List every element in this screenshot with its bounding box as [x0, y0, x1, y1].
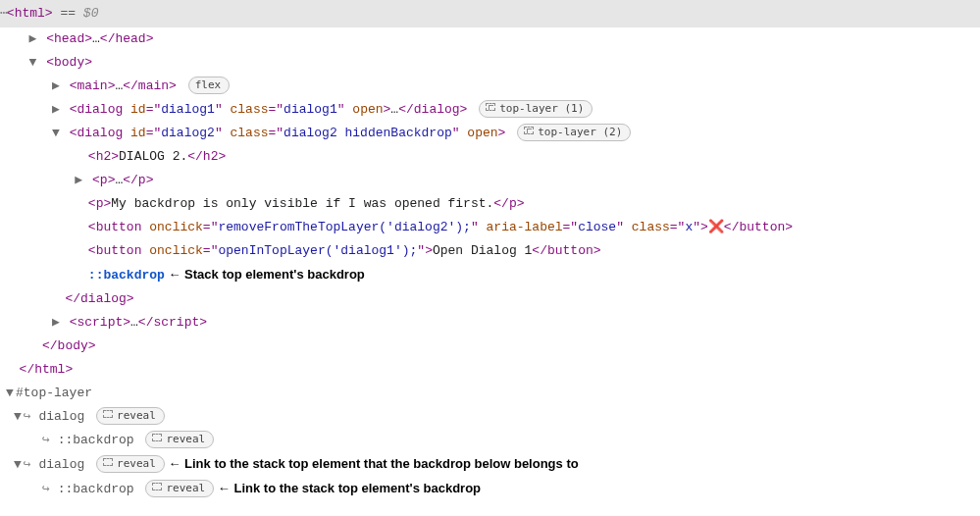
return-arrow-icon: ↪	[24, 457, 31, 472]
top-layer-item[interactable]: ▼↪ dialog reveal ← Link to the stack top…	[4, 452, 976, 477]
top-layer-badge-2[interactable]: top-layer (2)	[517, 124, 631, 141]
body-close[interactable]: </body>	[42, 338, 96, 353]
button-text: Open Dialog 1	[433, 243, 532, 258]
attr-class: class	[230, 102, 268, 117]
val-onclick: removeFromTheTopLayer('dialog2');	[218, 220, 470, 234]
p-open[interactable]: <p>	[92, 173, 115, 187]
return-arrow-icon: ↪	[24, 409, 31, 424]
tree-line[interactable]: <p>My backdrop is only visible if I was …	[4, 192, 976, 216]
html-close[interactable]: </html>	[20, 362, 74, 377]
attr-class: class	[632, 220, 670, 234]
val-id: dialog1	[161, 102, 215, 117]
eq: ==	[53, 6, 83, 21]
main-open[interactable]: <main>	[70, 78, 116, 93]
button-close[interactable]: </button>	[532, 243, 600, 258]
collapse-arrow-icon[interactable]: ▼	[12, 453, 24, 477]
dialog2-open[interactable]: <dialog	[70, 126, 130, 140]
top-layer-badge-1[interactable]: top-layer (1)	[479, 100, 593, 118]
tree-line[interactable]: <button onclick="openInTopLayer('dialog1…	[4, 239, 976, 263]
tree-line[interactable]: ▶ <script>…</script>	[4, 311, 976, 335]
expand-arrow-icon[interactable]: ▶	[73, 169, 84, 192]
punct: "	[215, 126, 231, 140]
expand-arrow-icon[interactable]: ▶	[50, 75, 62, 98]
tree-line[interactable]: </dialog>	[4, 287, 976, 311]
collapse-arrow-icon[interactable]: ▼	[12, 405, 24, 429]
button-open[interactable]: <button	[88, 243, 149, 258]
punct: >	[425, 243, 433, 258]
reveal-badge[interactable]: reveal	[145, 431, 214, 448]
button-close[interactable]: </button>	[724, 220, 793, 234]
expand-arrow-icon[interactable]: ▶	[50, 311, 62, 335]
h2-close[interactable]: </h2>	[187, 149, 226, 164]
dialog-close[interactable]: </dialog>	[65, 291, 133, 306]
expand-arrow-icon[interactable]: ▶	[50, 98, 62, 122]
collapse-arrow-icon[interactable]: ▼	[4, 382, 16, 405]
tree-line[interactable]: ▼ <dialog id="dialog2" class="dialog2 hi…	[4, 122, 976, 145]
tree-line[interactable]: </body>	[4, 335, 976, 358]
tree-line[interactable]: ▶ <main>…</main> flex	[4, 75, 976, 98]
top-layer-backdrop[interactable]: ::backdrop	[58, 433, 134, 447]
reveal-badge[interactable]: reveal	[96, 455, 165, 473]
tree-line[interactable]: ▶ <dialog id="dialog1" class="dialog1" o…	[4, 98, 976, 122]
top-layer-item[interactable]: ▼↪ dialog reveal	[4, 405, 976, 429]
script-open[interactable]: <script>	[70, 315, 130, 330]
val-aria: close	[578, 220, 616, 234]
dialog1-close[interactable]: </dialog>	[398, 102, 467, 117]
reveal-badge[interactable]: reveal	[96, 407, 165, 425]
script-close[interactable]: </script>	[138, 315, 207, 330]
drag-icon	[103, 458, 113, 466]
p-close[interactable]: </p>	[493, 196, 524, 211]
tree-line[interactable]: </html>	[4, 358, 976, 382]
body-open[interactable]: <body>	[46, 55, 92, 70]
punct: "	[471, 220, 487, 234]
p-close[interactable]: </p>	[123, 173, 153, 187]
ellipsis: …	[130, 315, 138, 330]
collapse-arrow-icon[interactable]: ▼	[26, 51, 38, 75]
punct: ="	[146, 102, 162, 117]
arrow-left-icon: ←	[214, 481, 233, 495]
punct: ="	[269, 126, 284, 140]
punct: >	[700, 220, 708, 234]
expand-arrow-icon[interactable]: ▶	[26, 27, 38, 51]
ellipsis: …	[390, 102, 398, 117]
punct: "	[337, 102, 353, 117]
tree-line[interactable]: ::backdrop ← Stack top element's backdro…	[4, 263, 976, 287]
tree-line[interactable]: <button onclick="removeFromTheTopLayer('…	[4, 216, 976, 239]
top-layer-header[interactable]: ▼#top-layer	[4, 382, 976, 405]
top-layer-dialog[interactable]: dialog	[38, 457, 84, 472]
drag-icon	[524, 127, 534, 134]
h2-open[interactable]: <h2>	[88, 149, 119, 164]
tree-line[interactable]: ▶ <p>…</p>	[4, 169, 976, 192]
punct: "	[616, 220, 632, 234]
tree-line[interactable]: <h2>DIALOG 2.</h2>	[4, 145, 976, 169]
p-open[interactable]: <p>	[88, 196, 111, 211]
top-layer-subitem[interactable]: ↪ ::backdrop reveal	[4, 429, 976, 452]
punct: ="	[203, 243, 219, 258]
tree-line[interactable]: ▶ <head>…</head>	[4, 27, 976, 51]
collapse-arrow-icon[interactable]: ▼	[50, 122, 62, 145]
top-layer-backdrop[interactable]: ::backdrop	[58, 482, 134, 496]
flex-badge[interactable]: flex	[188, 77, 231, 94]
main-close[interactable]: </main>	[123, 78, 177, 93]
button-open[interactable]: <button	[88, 220, 149, 234]
return-arrow-icon: ↪	[42, 433, 50, 447]
punct: >	[498, 126, 506, 140]
dom-tree[interactable]: ▶ <head>…</head> ▼ <body> ▶ <main>…</mai…	[0, 27, 980, 511]
head-open[interactable]: <head>	[46, 31, 92, 46]
head-close[interactable]: </head>	[100, 31, 154, 46]
html-open-tag[interactable]: <html>	[7, 6, 53, 21]
p-text: My backdrop is only visible if I was ope…	[111, 196, 493, 211]
attr-id: id	[130, 126, 146, 140]
annotation-text: Stack top element's backdrop	[184, 267, 365, 282]
selected-node-bar: ⋯<html> == $0	[0, 0, 980, 27]
attr-aria-label: aria-label	[487, 220, 563, 234]
val-class: dialog1	[284, 102, 337, 117]
tree-line[interactable]: ▼ <body>	[4, 51, 976, 75]
top-layer-subitem[interactable]: ↪ ::backdrop reveal ← Link to the stack …	[4, 477, 976, 501]
dialog1-open[interactable]: <dialog	[70, 102, 130, 117]
val-class: dialog2 hiddenBackdrop	[284, 126, 452, 140]
reveal-badge[interactable]: reveal	[145, 480, 214, 497]
pseudo-backdrop[interactable]: ::backdrop	[88, 268, 165, 283]
drag-icon	[152, 483, 162, 490]
top-layer-dialog[interactable]: dialog	[38, 409, 84, 424]
